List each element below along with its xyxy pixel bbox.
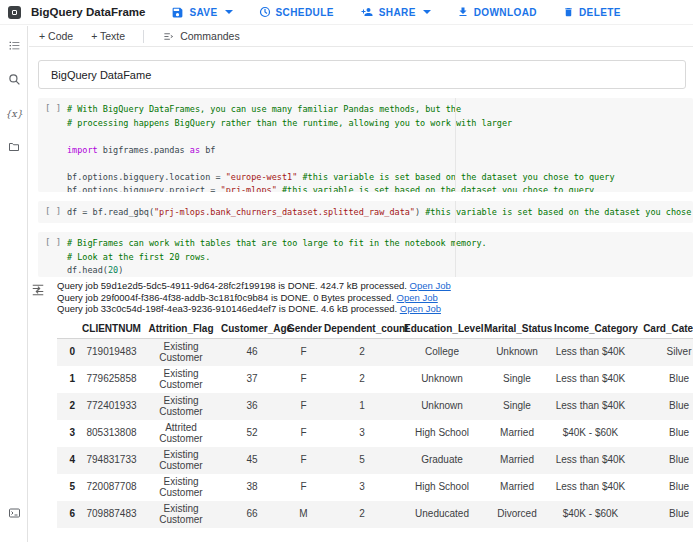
output-area: Query job 59d1e2d5-5dc5-4911-9d64-28fc2f… bbox=[29, 280, 693, 528]
trash-icon bbox=[563, 6, 574, 18]
table-cell: F bbox=[285, 420, 322, 447]
variables-icon: {x} bbox=[5, 108, 22, 119]
terminal-icon bbox=[7, 507, 22, 519]
top-toolbar: BigQuery DataFrame SAVE SCHEDULE SHARE D… bbox=[0, 0, 693, 25]
query-job-line: Query job 59d1e2d5-5dc5-4911-9d64-28fc2f… bbox=[57, 280, 693, 292]
table-cell: High School bbox=[402, 420, 482, 447]
chevron-down-icon[interactable] bbox=[225, 10, 233, 14]
table-row: 1779625858Existing Customer37F2UnknownSi… bbox=[57, 366, 693, 393]
table-cell: Existing Customer bbox=[143, 447, 219, 474]
code-cell[interactable]: [ ] # BigFrames can work with tables tha… bbox=[38, 232, 693, 277]
code-editor[interactable]: # BigFrames can work with tables that ar… bbox=[38, 232, 693, 277]
table-header-cell: Dependent_count bbox=[322, 321, 402, 339]
table-cell: Existing Customer bbox=[143, 338, 219, 366]
cell-toolbar: + Code + Texte Commandes bbox=[29, 26, 693, 47]
delete-button[interactable]: DELETE bbox=[563, 6, 621, 18]
row-index: 0 bbox=[57, 338, 80, 366]
column-ruler bbox=[455, 98, 456, 192]
markdown-cell[interactable]: BigQuery DataFame bbox=[38, 60, 686, 89]
table-row: 3805313808Attrited Customer52F3High Scho… bbox=[57, 420, 693, 447]
table-cell: 2 bbox=[322, 366, 402, 393]
column-ruler bbox=[455, 201, 456, 223]
download-icon bbox=[457, 6, 469, 18]
table-cell: 45 bbox=[219, 447, 285, 474]
add-text-button[interactable]: + Texte bbox=[91, 30, 125, 42]
dataframe-table-container[interactable]: CLIENTNUMAttrition_FlagCustomer_AgeGende… bbox=[57, 321, 693, 528]
clock-icon bbox=[259, 6, 271, 18]
table-header-cell: Attrition_Flag bbox=[143, 321, 219, 339]
save-icon bbox=[171, 6, 184, 19]
chevron-down-icon[interactable] bbox=[423, 10, 431, 14]
run-button[interactable]: [ ] bbox=[45, 206, 61, 216]
run-button[interactable]: [ ] bbox=[45, 237, 61, 247]
table-cell: 2 bbox=[322, 338, 402, 366]
schedule-label: SCHEDULE bbox=[276, 7, 334, 18]
sidebar-search-button[interactable] bbox=[0, 64, 28, 94]
open-job-link[interactable]: Open Job bbox=[397, 292, 438, 303]
table-cell: F bbox=[285, 393, 322, 420]
open-job-link[interactable]: Open Job bbox=[400, 303, 441, 314]
page-title: BigQuery DataFrame bbox=[31, 6, 145, 18]
table-cell: Blue bbox=[629, 366, 693, 393]
table-cell: Single bbox=[482, 393, 552, 420]
table-cell: Married bbox=[482, 420, 552, 447]
table-cell: F bbox=[285, 338, 322, 366]
row-index: 3 bbox=[57, 420, 80, 447]
query-job-text: Query job 33c0c54d-198f-4ea3-9236-910146… bbox=[57, 303, 400, 314]
add-code-button[interactable]: + Code bbox=[39, 30, 73, 42]
table-header-row: CLIENTNUMAttrition_FlagCustomer_AgeGende… bbox=[57, 321, 693, 339]
folder-icon bbox=[7, 141, 21, 153]
table-cell: Blue bbox=[629, 393, 693, 420]
table-cell: 2 bbox=[322, 501, 402, 528]
sidebar: {x} bbox=[0, 26, 28, 542]
schedule-button[interactable]: SCHEDULE bbox=[259, 6, 334, 18]
table-of-contents-icon bbox=[7, 39, 22, 52]
code-line bbox=[67, 130, 693, 144]
code-line bbox=[67, 157, 693, 171]
table-cell: $40K - $60K bbox=[552, 501, 629, 528]
code-line: # Look at the first 20 rows. bbox=[67, 251, 693, 265]
table-cell: 772401933 bbox=[80, 393, 143, 420]
share-button[interactable]: SHARE bbox=[360, 6, 431, 18]
table-cell: Blue bbox=[629, 501, 693, 528]
commands-label: Commandes bbox=[180, 30, 240, 42]
table-header-cell: Gender bbox=[285, 321, 322, 339]
sidebar-terminal-button[interactable] bbox=[0, 498, 28, 528]
code-line: # With BigQuery DataFrames, you can use … bbox=[67, 103, 693, 117]
row-index: 5 bbox=[57, 474, 80, 501]
table-cell: 779625858 bbox=[80, 366, 143, 393]
save-button[interactable]: SAVE bbox=[171, 6, 232, 19]
run-button[interactable]: [ ] bbox=[45, 103, 61, 113]
table-cell: College bbox=[402, 338, 482, 366]
output-options-icon[interactable] bbox=[31, 282, 45, 300]
column-ruler bbox=[455, 232, 456, 277]
sidebar-toc-button[interactable] bbox=[0, 30, 28, 60]
row-index: 1 bbox=[57, 366, 80, 393]
table-cell: 37 bbox=[219, 366, 285, 393]
table-header-cell: CLIENTNUM bbox=[80, 321, 143, 339]
table-header-cell: Income_Category bbox=[552, 321, 629, 339]
delete-label: DELETE bbox=[579, 7, 621, 18]
code-line: df.head(20) bbox=[67, 264, 693, 277]
code-cell[interactable]: [ ] # With BigQuery DataFrames, you can … bbox=[38, 98, 693, 192]
table-cell: Less than $40K bbox=[552, 366, 629, 393]
table-header-cell: Card_Category bbox=[629, 321, 693, 339]
query-jobs: Query job 59d1e2d5-5dc5-4911-9d64-28fc2f… bbox=[57, 280, 693, 315]
table-header-cell bbox=[57, 321, 80, 339]
table-cell: High School bbox=[402, 474, 482, 501]
open-job-link[interactable]: Open Job bbox=[410, 280, 451, 291]
code-cell[interactable]: [ ] df = bf.read_gbq("prj-mlops.bank_chu… bbox=[38, 201, 693, 223]
table-cell: F bbox=[285, 366, 322, 393]
code-editor[interactable]: df = bf.read_gbq("prj-mlops.bank_churner… bbox=[38, 201, 693, 220]
row-index: 2 bbox=[57, 393, 80, 420]
download-button[interactable]: DOWNLOAD bbox=[457, 6, 537, 18]
table-row: 6709887483Existing Customer66M2Uneducate… bbox=[57, 501, 693, 528]
code-editor[interactable]: # With BigQuery DataFrames, you can use … bbox=[38, 98, 693, 192]
code-line: df = bf.read_gbq("prj-mlops.bank_churner… bbox=[67, 206, 693, 220]
table-header-cell: Marital_Status bbox=[482, 321, 552, 339]
commands-button[interactable]: Commandes bbox=[162, 30, 240, 42]
dataframe-table: CLIENTNUMAttrition_FlagCustomer_AgeGende… bbox=[57, 321, 693, 528]
sidebar-files-button[interactable] bbox=[0, 132, 28, 162]
sidebar-variables-button[interactable]: {x} bbox=[0, 98, 28, 128]
table-cell: Existing Customer bbox=[143, 474, 219, 501]
